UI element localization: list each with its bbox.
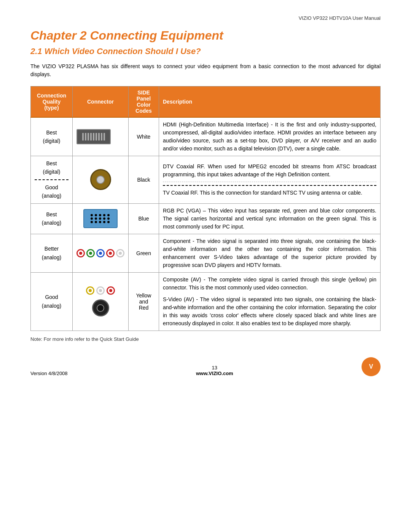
- header-right: VIZIO VP322 HDTV10A User Manual: [30, 15, 381, 21]
- connector-component: [73, 234, 129, 272]
- header-connector: Connector: [73, 86, 129, 118]
- desc-composite: Composite (AV) - The complete video sign…: [163, 276, 376, 292]
- desc-component: Component - The video signal is separate…: [159, 234, 381, 272]
- desc-dtv-coax: DTV Coaxial RF. When used for MPEG2 enco…: [163, 163, 376, 182]
- quality-component: Better(analog): [31, 234, 73, 272]
- quality-composite: Good(analog): [31, 272, 73, 331]
- website: www.VIZIO.com: [68, 371, 362, 376]
- page-number: 13: [68, 365, 362, 371]
- connector-hdmi: [73, 117, 129, 156]
- table-row: Better(analog) Green Component - The vid…: [31, 234, 381, 272]
- chapter-title: Chapter 2 Connecting Equipment: [30, 29, 381, 43]
- footer: Version 4/8/2008 13 www.VIZIO.com V: [30, 357, 381, 376]
- desc-svideo: S-Video (AV) - The video signal is separ…: [163, 296, 376, 328]
- color-green: Green: [129, 234, 159, 272]
- desc-coaxial: DTV Coaxial RF. When used for MPEG2 enco…: [159, 156, 381, 204]
- desc-vga: RGB PC (VGA) – This video input has sepa…: [159, 203, 381, 234]
- desc-composite-svideo: Composite (AV) - The complete video sign…: [159, 272, 381, 331]
- desc-hdmi: HDMI (High-Definition Multimedia Interfa…: [159, 117, 381, 156]
- table-row: Best(digital): [31, 117, 381, 156]
- color-white: White: [129, 117, 159, 156]
- color-yellow-red: YellowandRed: [129, 272, 159, 331]
- header-side-panel: SIDEPanelColorCodes: [129, 86, 159, 118]
- quality-best-digital-hdmi: Best(digital): [31, 117, 73, 156]
- quality-vga: Best(analog): [31, 203, 73, 234]
- vizio-logo: V: [362, 357, 381, 376]
- header-quality: Connection Quality (type): [31, 86, 73, 118]
- note-text: Note: For more info refer to the Quick S…: [30, 336, 381, 342]
- table-row: Best(digital) Good(analog) Black DTV Coa…: [31, 156, 381, 204]
- document-title: VIZIO VP322 HDTV10A User Manual: [299, 15, 381, 21]
- section-title: 2.1 Which Video Connection Should I Use?: [30, 46, 381, 56]
- connector-coax: [73, 156, 129, 204]
- desc-tv-coax: TV Coaxial RF. This is the connection fo…: [163, 189, 376, 197]
- connector-vga: [73, 203, 129, 234]
- table-row: Good(analog) YellowandRed: [31, 272, 381, 331]
- connection-table: Connection Quality (type) Connector SIDE…: [30, 86, 381, 331]
- header-description: Description: [159, 86, 381, 118]
- color-black: Black: [129, 156, 159, 204]
- footer-center: 13 www.VIZIO.com: [68, 365, 362, 376]
- footer-right: V: [362, 357, 381, 376]
- footer-version: Version 4/8/2008: [30, 371, 68, 376]
- color-blue: Blue: [129, 203, 159, 234]
- connector-composite-svideo: [73, 272, 129, 331]
- intro-paragraph: The VIZIO VP322 PLASMA has six different…: [30, 62, 381, 78]
- quality-coaxial: Best(digital) Good(analog): [31, 156, 73, 204]
- table-row: Best(analog): [31, 203, 381, 234]
